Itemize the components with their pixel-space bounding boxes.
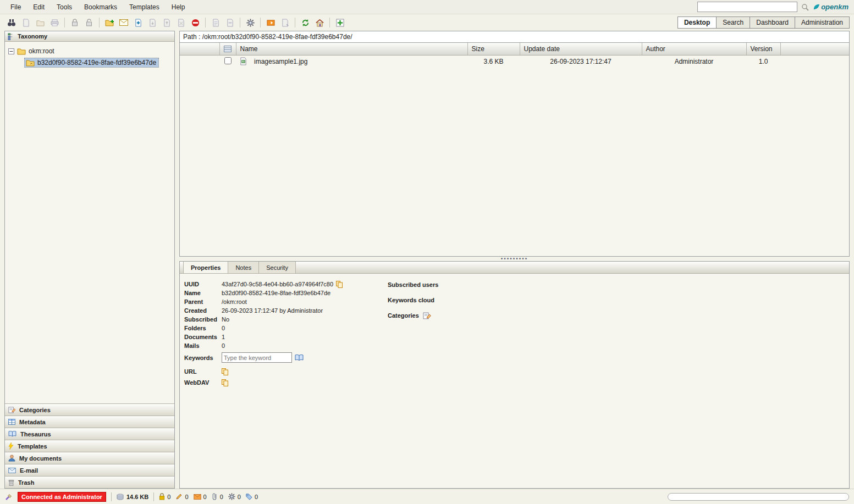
- menu-templates[interactable]: Templates: [123, 1, 166, 14]
- tab-notes[interactable]: Notes: [228, 262, 259, 273]
- add-subscription-icon[interactable]: [263, 16, 278, 29]
- field-label: Parent: [184, 298, 222, 305]
- tag-icon: [246, 494, 252, 500]
- search-icon[interactable]: [801, 3, 809, 11]
- tree-node-label[interactable]: okm:root: [29, 47, 54, 55]
- tree-node-child[interactable]: b32d0f90-8582-419e-8fae-fdf39e6b47de: [25, 57, 171, 68]
- home-icon[interactable]: [312, 16, 327, 29]
- header-update-date[interactable]: Update date: [520, 43, 642, 55]
- cancel-checkout-icon[interactable]: [174, 16, 188, 29]
- remove-property-group-icon[interactable]: [223, 16, 237, 29]
- field-value: 0: [222, 342, 225, 349]
- field-label: Folders: [184, 325, 222, 331]
- field-value: 43af27d0-9c58-4e04-bb60-a974964f7c80: [222, 281, 333, 287]
- copy-webdav-icon[interactable]: [222, 379, 228, 386]
- row-icon-cell: [236, 55, 250, 68]
- field-documents: Documents 1: [184, 333, 388, 341]
- user-icon: [8, 455, 15, 462]
- main-area: Taxonomy okm:root b32d0f90-8582-419e-8fa…: [0, 31, 854, 489]
- tab-properties[interactable]: Properties: [183, 262, 228, 273]
- thesaurus-icon: [8, 431, 16, 437]
- status-separator: [153, 492, 154, 501]
- massive-selection-button[interactable]: [219, 43, 236, 55]
- row-status-cell: [180, 55, 219, 68]
- sidebar-item-metadata[interactable]: Metadata: [5, 416, 174, 428]
- find-document-icon[interactable]: [19, 16, 33, 29]
- split-panel-icon[interactable]: [333, 16, 347, 29]
- print-icon[interactable]: [47, 16, 62, 29]
- header-version[interactable]: Version: [746, 43, 780, 55]
- row-name[interactable]: imagesample1.jpg: [250, 55, 467, 68]
- mail-icon: [194, 494, 201, 500]
- toolbar-separator: [260, 18, 261, 27]
- view-tabs: Desktop Search Dashboard Administration: [678, 16, 850, 29]
- checkin-icon[interactable]: [159, 16, 174, 29]
- menu-file[interactable]: File: [4, 1, 27, 14]
- header-author[interactable]: Author: [642, 43, 746, 55]
- file-table-header-row: Name Size Update date Author Version: [180, 43, 849, 55]
- image-file-icon: [239, 57, 247, 65]
- sidebar-item-my-documents[interactable]: My documents: [5, 452, 174, 464]
- tree-node-label[interactable]: b32d0f90-8582-419e-8fae-fdf39e6b47de: [37, 59, 156, 67]
- remove-subscription-icon[interactable]: [278, 16, 292, 29]
- email-icon: [8, 468, 16, 473]
- horizontal-splitter[interactable]: •••••••••: [179, 257, 850, 261]
- tab-search[interactable]: Search: [716, 16, 750, 29]
- header-name[interactable]: Name: [236, 43, 467, 55]
- repository-usage: 14.6 KB: [117, 494, 148, 500]
- tab-desktop[interactable]: Desktop: [677, 16, 717, 29]
- checkout-icon[interactable]: [145, 16, 159, 29]
- add-property-group-icon[interactable]: [208, 16, 223, 29]
- tree-selection[interactable]: b32d0f90-8582-419e-8fae-fdf39e6b47de: [25, 58, 158, 67]
- copy-url-icon[interactable]: [222, 368, 228, 375]
- table-row[interactable]: imagesample1.jpg 3.6 KB 26-09-2023 17:12…: [180, 55, 849, 68]
- tree-node-root[interactable]: okm:root: [8, 46, 171, 57]
- field-value: 26-09-2023 17:12:47 by Administrator: [222, 307, 323, 314]
- taxonomy-header[interactable]: Taxonomy: [5, 31, 174, 42]
- collapse-icon: [8, 48, 14, 54]
- copy-uuid-icon[interactable]: [336, 281, 343, 288]
- menu-edit[interactable]: Edit: [27, 1, 51, 14]
- thesaurus-lookup-icon[interactable]: [295, 355, 304, 361]
- sidebar-item-label: Templates: [18, 443, 47, 450]
- tab-security[interactable]: Security: [258, 262, 296, 273]
- attachments-counter: 0: [212, 493, 223, 500]
- send-document-link-icon[interactable]: [117, 16, 131, 29]
- menu-bookmarks[interactable]: Bookmarks: [78, 1, 123, 14]
- workflows-counter: 0: [228, 493, 241, 500]
- properties-right-column: Subscribed users Keywords cloud Categori…: [388, 280, 845, 482]
- toolbar-separator: [329, 18, 330, 27]
- menubar: File Edit Tools Bookmarks Templates Help…: [0, 0, 854, 14]
- add-category-icon[interactable]: [423, 312, 431, 319]
- properties-tab-bar: Properties Notes Security: [180, 262, 849, 274]
- add-document-icon[interactable]: [131, 16, 145, 29]
- find-icon[interactable]: [4, 16, 19, 29]
- path-text: Path : /okm:root/b32d0f90-8582-419e-8fae…: [183, 33, 352, 41]
- create-folder-icon[interactable]: [102, 16, 117, 29]
- quick-search-input[interactable]: [697, 2, 797, 12]
- lock-icon[interactable]: [68, 16, 82, 29]
- sidebar-item-email[interactable]: E-mail: [5, 464, 174, 476]
- sidebar-item-categories[interactable]: Categories: [5, 403, 174, 416]
- refresh-icon[interactable]: [298, 16, 312, 29]
- sidebar-item-trash[interactable]: Trash: [5, 476, 174, 488]
- row-checkbox[interactable]: [224, 57, 232, 64]
- field-label: Subscribed: [184, 316, 222, 323]
- tab-dashboard[interactable]: Dashboard: [750, 16, 795, 29]
- tab-administration[interactable]: Administration: [795, 16, 850, 29]
- connection-status-badge: Connected as Administrator: [18, 492, 106, 502]
- keyword-input[interactable]: [222, 352, 292, 363]
- field-value: No: [222, 316, 229, 323]
- find-folder-icon[interactable]: [33, 16, 47, 29]
- menu-tools[interactable]: Tools: [51, 1, 78, 14]
- tags-counter: 0: [246, 494, 258, 500]
- workflow-icon[interactable]: [243, 16, 257, 29]
- delete-icon[interactable]: [188, 16, 202, 29]
- sidebar-item-label: Categories: [19, 407, 51, 413]
- folder-icon: [17, 48, 26, 55]
- sidebar-item-templates[interactable]: Templates: [5, 440, 174, 452]
- unlock-icon[interactable]: [82, 16, 96, 29]
- sidebar-item-thesaurus[interactable]: Thesaurus: [5, 428, 174, 440]
- header-size[interactable]: Size: [467, 43, 520, 55]
- menu-help[interactable]: Help: [166, 1, 191, 14]
